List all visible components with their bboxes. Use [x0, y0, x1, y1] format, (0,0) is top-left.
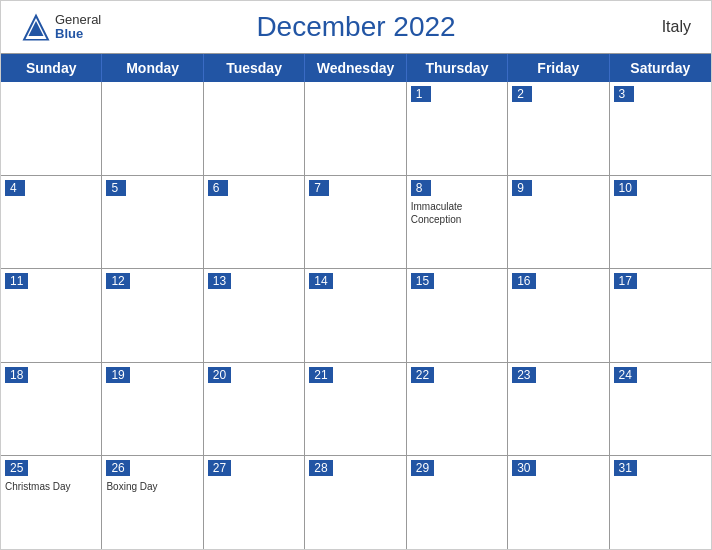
day-cell: 4 — [1, 176, 102, 269]
weeks-container: 12345678Immaculate Conception91011121314… — [1, 82, 711, 549]
day-number: 6 — [208, 180, 228, 196]
day-number: 28 — [309, 460, 332, 476]
day-number: 27 — [208, 460, 231, 476]
calendar-grid: Sunday Monday Tuesday Wednesday Thursday… — [1, 53, 711, 549]
header-monday: Monday — [102, 54, 203, 82]
day-number: 16 — [512, 273, 535, 289]
day-cell: 14 — [305, 269, 406, 362]
day-number: 3 — [614, 86, 634, 102]
day-cell: 11 — [1, 269, 102, 362]
day-number: 30 — [512, 460, 535, 476]
week-row: 25Christmas Day26Boxing Day2728293031 — [1, 456, 711, 549]
day-cell — [305, 82, 406, 175]
day-number: 14 — [309, 273, 332, 289]
day-cell: 13 — [204, 269, 305, 362]
week-row: 123 — [1, 82, 711, 176]
day-cell: 5 — [102, 176, 203, 269]
day-number: 17 — [614, 273, 637, 289]
day-cell — [1, 82, 102, 175]
day-cell: 8Immaculate Conception — [407, 176, 508, 269]
day-cell: 10 — [610, 176, 711, 269]
day-cell: 30 — [508, 456, 609, 549]
logo: General Blue — [21, 12, 101, 42]
day-cell: 29 — [407, 456, 508, 549]
logo-blue-text: Blue — [55, 27, 101, 41]
day-cell: 31 — [610, 456, 711, 549]
calendar-title: December 2022 — [256, 11, 455, 43]
day-number: 24 — [614, 367, 637, 383]
header-sunday: Sunday — [1, 54, 102, 82]
header-thursday: Thursday — [407, 54, 508, 82]
day-number: 1 — [411, 86, 431, 102]
day-number: 8 — [411, 180, 431, 196]
day-cell: 6 — [204, 176, 305, 269]
day-cell: 3 — [610, 82, 711, 175]
calendar-header: General Blue December 2022 Italy — [1, 1, 711, 53]
day-cell — [102, 82, 203, 175]
day-number: 7 — [309, 180, 329, 196]
day-number: 29 — [411, 460, 434, 476]
day-cell: 24 — [610, 363, 711, 456]
day-number: 21 — [309, 367, 332, 383]
day-number: 11 — [5, 273, 28, 289]
day-cell: 22 — [407, 363, 508, 456]
day-cell: 2 — [508, 82, 609, 175]
day-number: 12 — [106, 273, 129, 289]
day-number: 9 — [512, 180, 532, 196]
header-friday: Friday — [508, 54, 609, 82]
day-cell: 28 — [305, 456, 406, 549]
day-number: 5 — [106, 180, 126, 196]
header-wednesday: Wednesday — [305, 54, 406, 82]
day-event: Boxing Day — [106, 480, 198, 493]
week-row: 11121314151617 — [1, 269, 711, 363]
day-cell: 12 — [102, 269, 203, 362]
day-cell: 25Christmas Day — [1, 456, 102, 549]
day-cell: 7 — [305, 176, 406, 269]
day-number: 25 — [5, 460, 28, 476]
day-cell: 23 — [508, 363, 609, 456]
logo-general-text: General — [55, 13, 101, 27]
day-event: Christmas Day — [5, 480, 97, 493]
day-cell: 9 — [508, 176, 609, 269]
day-cell — [204, 82, 305, 175]
day-number: 22 — [411, 367, 434, 383]
calendar-container: General Blue December 2022 Italy Sunday … — [0, 0, 712, 550]
day-cell: 21 — [305, 363, 406, 456]
day-number: 13 — [208, 273, 231, 289]
day-cell: 26Boxing Day — [102, 456, 203, 549]
day-number: 10 — [614, 180, 637, 196]
header-saturday: Saturday — [610, 54, 711, 82]
day-number: 23 — [512, 367, 535, 383]
country-label: Italy — [662, 18, 691, 36]
day-cell: 27 — [204, 456, 305, 549]
logo-icon — [21, 12, 51, 42]
day-cell: 18 — [1, 363, 102, 456]
day-number: 20 — [208, 367, 231, 383]
day-cell: 16 — [508, 269, 609, 362]
day-headers-row: Sunday Monday Tuesday Wednesday Thursday… — [1, 54, 711, 82]
day-cell: 15 — [407, 269, 508, 362]
day-number: 26 — [106, 460, 129, 476]
day-number: 18 — [5, 367, 28, 383]
day-event: Immaculate Conception — [411, 200, 503, 226]
day-cell: 17 — [610, 269, 711, 362]
day-number: 2 — [512, 86, 532, 102]
week-row: 45678Immaculate Conception910 — [1, 176, 711, 270]
week-row: 18192021222324 — [1, 363, 711, 457]
day-number: 31 — [614, 460, 637, 476]
day-cell: 1 — [407, 82, 508, 175]
day-number: 4 — [5, 180, 25, 196]
day-number: 15 — [411, 273, 434, 289]
day-number: 19 — [106, 367, 129, 383]
header-tuesday: Tuesday — [204, 54, 305, 82]
day-cell: 20 — [204, 363, 305, 456]
day-cell: 19 — [102, 363, 203, 456]
